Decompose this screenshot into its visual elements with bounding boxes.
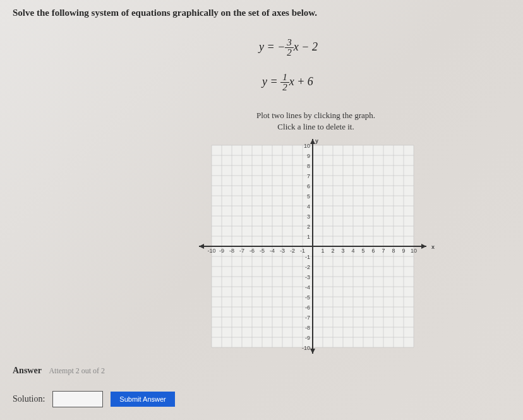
- y-tick: -4: [305, 284, 310, 291]
- eq1-num: 3: [285, 38, 294, 48]
- eq2-lhs: y =: [262, 75, 280, 88]
- coordinate-grid[interactable]: x y -10 -9 -8 -7 -6 -5 -4 -3 -2 -1 1 2 3…: [186, 139, 439, 354]
- y-tick: -7: [305, 315, 310, 321]
- x-tick: -6: [249, 248, 255, 254]
- x-tick: -8: [229, 248, 234, 254]
- solution-row: Solution: Submit Answer: [13, 391, 175, 407]
- answer-section: Answer Attempt 2 out of 2: [13, 366, 105, 376]
- x-tick: 7: [382, 248, 385, 254]
- y-tick: 7: [307, 173, 310, 179]
- eq2-den: 2: [280, 83, 289, 92]
- plot-instruction: Plot two lines by clicking the graph. Cl…: [234, 111, 398, 132]
- eq1-den: 2: [285, 48, 294, 57]
- x-tick: 3: [341, 248, 344, 254]
- eq1-neg: −: [277, 40, 285, 53]
- x-tick: 8: [392, 248, 395, 254]
- y-tick: 8: [307, 163, 310, 169]
- eq1-var: x: [294, 40, 299, 53]
- y-axis-arrow-up: [310, 139, 315, 144]
- y-tick: -1: [305, 254, 310, 260]
- y-tick: 1: [307, 234, 310, 240]
- x-tick: 5: [361, 248, 364, 254]
- y-axis-label: y: [315, 139, 318, 144]
- question-text: Solve the following system of equations …: [13, 8, 317, 18]
- eq2-var: x: [289, 75, 294, 88]
- x-tick: -10: [207, 248, 215, 254]
- eq2-tail: + 6: [294, 75, 313, 88]
- x-tick: -9: [219, 248, 224, 254]
- answer-label: Answer: [13, 366, 42, 375]
- y-tick: -8: [305, 325, 310, 331]
- y-tick: -3: [305, 274, 310, 280]
- x-tick: 9: [402, 248, 405, 254]
- instruction-line1: Plot two lines by clicking the graph.: [256, 111, 375, 120]
- x-tick: -5: [260, 248, 265, 254]
- x-tick: 4: [351, 248, 354, 254]
- equation-1: y = −32x − 2: [259, 38, 318, 57]
- x-axis-arrow-right: [421, 244, 426, 249]
- x-axis-label: x: [431, 244, 435, 250]
- eq2-fraction: 12: [280, 73, 289, 92]
- y-tick: 9: [307, 153, 310, 159]
- eq1-lhs: y =: [259, 40, 277, 53]
- equation-2: y = 12x + 6: [262, 73, 313, 92]
- y-tick: -10: [302, 345, 310, 351]
- x-tick: 1: [321, 248, 324, 254]
- instruction-line2: Click a line to delete it.: [234, 122, 398, 132]
- y-tick: 3: [307, 213, 310, 220]
- x-tick: 2: [331, 248, 334, 254]
- y-axis-arrow-down: [310, 349, 315, 354]
- y-tick: 10: [304, 143, 310, 149]
- eq1-tail: − 2: [299, 40, 318, 53]
- submit-button[interactable]: Submit Answer: [111, 392, 174, 407]
- x-tick: -3: [280, 248, 285, 254]
- x-tick: 10: [411, 248, 417, 254]
- y-tick: 4: [307, 203, 310, 210]
- x-tick: 6: [371, 248, 375, 254]
- solution-label: Solution:: [13, 394, 45, 404]
- y-tick: -5: [305, 294, 310, 301]
- y-tick: -9: [305, 335, 310, 341]
- x-tick: -7: [239, 248, 244, 254]
- x-tick: -2: [290, 248, 295, 254]
- eq2-num: 1: [280, 73, 289, 83]
- solution-input[interactable]: [52, 391, 103, 407]
- graph-area[interactable]: x y -10 -9 -8 -7 -6 -5 -4 -3 -2 -1 1 2 3…: [186, 139, 439, 354]
- y-tick: 6: [307, 183, 310, 189]
- attempt-text: Attempt 2 out of 2: [49, 366, 105, 375]
- x-tick: -4: [270, 248, 275, 254]
- x-tick: -1: [300, 248, 305, 254]
- y-tick: 2: [307, 224, 310, 230]
- y-tick: 5: [307, 193, 310, 200]
- y-tick: -2: [305, 264, 310, 270]
- y-tick: -6: [305, 304, 310, 311]
- x-axis-arrow-left: [199, 244, 204, 249]
- eq1-fraction: 32: [285, 38, 294, 57]
